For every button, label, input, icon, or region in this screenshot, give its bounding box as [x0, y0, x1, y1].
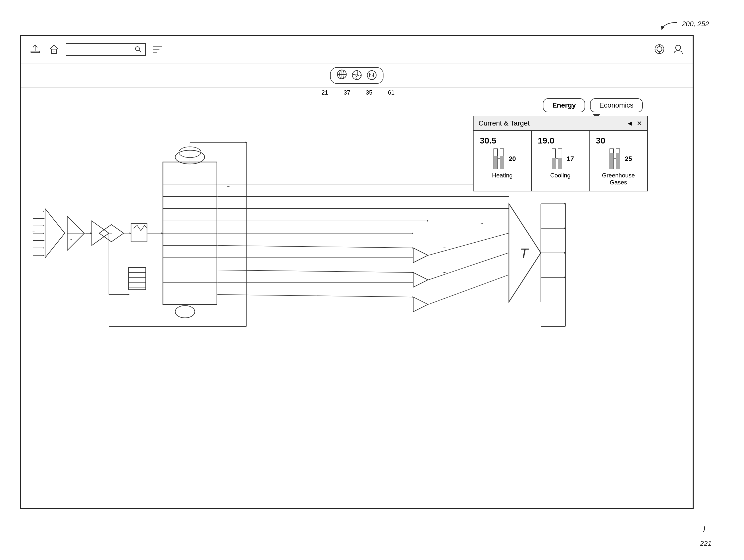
cooling-value-small: 17	[567, 155, 574, 163]
svg-rect-30	[500, 156, 504, 169]
svg-text:···: ···	[227, 184, 230, 189]
main-content: Energy Economics Current & Target ◄ ✕ 30…	[21, 91, 693, 508]
svg-text:T: T	[520, 246, 529, 261]
svg-point-4	[136, 47, 140, 51]
tag-icon[interactable]	[367, 70, 377, 81]
svg-marker-66	[413, 248, 428, 263]
panel-body: 30.5 20 Heating	[474, 131, 647, 191]
cooling-value-big: 19.0	[535, 136, 586, 146]
greenhouse-label: Greenhouse Gases	[593, 172, 643, 186]
svg-rect-29	[494, 156, 497, 169]
icon-strip	[21, 63, 693, 88]
svg-marker-82	[43, 255, 45, 256]
ref-label-bottom: 221	[700, 539, 712, 548]
svg-line-102	[217, 295, 413, 297]
svg-text:···: ···	[97, 223, 100, 228]
svg-marker-81	[43, 247, 45, 249]
svg-text:···: ···	[443, 245, 446, 250]
svg-marker-54	[45, 209, 65, 258]
icon-group	[330, 67, 383, 84]
svg-rect-40	[616, 153, 620, 169]
svg-rect-34	[552, 158, 556, 169]
user-button[interactable]	[671, 42, 685, 56]
svg-text:···: ···	[443, 270, 446, 275]
svg-text:···: ···	[32, 251, 35, 256]
filter-button[interactable]	[151, 42, 164, 56]
svg-rect-3	[53, 51, 55, 53]
svg-text:···: ···	[227, 196, 230, 201]
svg-point-53	[175, 306, 195, 318]
svg-marker-67	[413, 272, 428, 287]
search-input[interactable]	[69, 46, 134, 53]
fan-icon[interactable]	[351, 70, 362, 81]
svg-marker-68	[413, 297, 428, 312]
svg-marker-78	[43, 225, 45, 227]
svg-point-22	[367, 71, 376, 80]
svg-text:···: ···	[480, 221, 483, 226]
energy-panel: Current & Target ◄ ✕ 30.5	[473, 116, 648, 191]
ref-label-top: 200, 252	[682, 20, 709, 28]
svg-marker-77	[43, 218, 45, 219]
panel-close-button[interactable]: ✕	[637, 119, 642, 127]
svg-line-100	[217, 270, 413, 272]
upload-button[interactable]	[29, 42, 42, 56]
greenhouse-value-small: 25	[625, 155, 632, 163]
panel-title: Current & Target	[479, 119, 530, 127]
cooling-cell: 19.0 17 Cooling	[532, 131, 590, 191]
greenhouse-value-big: 30	[593, 136, 643, 146]
svg-point-20	[352, 71, 361, 80]
svg-line-113	[429, 275, 509, 304]
svg-marker-104	[507, 196, 509, 197]
svg-text:···: ···	[32, 207, 35, 212]
cooling-gauge: 17	[535, 148, 586, 170]
diagram-frame: 21 37 35 61 Energy Economics Current & T…	[20, 35, 694, 509]
svg-text:···: ···	[68, 236, 72, 241]
svg-rect-0	[31, 51, 40, 53]
svg-text:···: ···	[480, 196, 483, 201]
panel-header: Current & Target ◄ ✕	[474, 116, 647, 131]
heating-cell: 30.5 20 Heating	[474, 131, 532, 191]
panel-back-button[interactable]: ◄	[627, 119, 633, 127]
svg-rect-59	[128, 267, 146, 290]
svg-line-112	[429, 253, 509, 280]
search-bar[interactable]	[66, 43, 146, 55]
svg-rect-35	[558, 158, 562, 169]
svg-point-15	[676, 45, 681, 50]
svg-text:···: ···	[227, 209, 230, 213]
svg-marker-56	[92, 221, 109, 245]
home-button[interactable]	[47, 42, 61, 56]
svg-rect-39	[610, 153, 613, 169]
toolbar	[21, 36, 693, 63]
heating-value-small: 20	[509, 155, 516, 163]
svg-line-5	[139, 50, 141, 52]
toolbar-right	[653, 42, 685, 56]
svg-text:···: ···	[32, 229, 35, 234]
heating-value-big: 30.5	[477, 136, 527, 146]
svg-point-24	[370, 74, 371, 75]
ref-arrow	[659, 20, 679, 35]
greenhouse-cell: 30 25 Greenhouse Gases	[590, 131, 647, 191]
bracket-label: )	[703, 525, 705, 532]
svg-line-98	[217, 246, 413, 248]
svg-rect-58	[131, 223, 147, 242]
heating-gauge: 20	[477, 148, 527, 170]
panel-controls: ◄ ✕	[627, 119, 642, 127]
greenhouse-gauge: 25	[593, 148, 643, 170]
search-button[interactable]	[134, 44, 143, 54]
svg-marker-107	[412, 232, 414, 234]
svg-marker-105	[507, 208, 509, 210]
heating-label: Heating	[477, 172, 527, 179]
svg-marker-106	[427, 220, 429, 222]
cooling-label: Cooling	[535, 172, 586, 179]
svg-marker-76	[43, 210, 45, 212]
globe-icon[interactable]	[337, 69, 347, 82]
svg-text:···: ···	[443, 294, 446, 299]
svg-point-10	[657, 47, 662, 52]
svg-marker-79	[43, 232, 45, 234]
settings-button[interactable]	[653, 42, 666, 56]
svg-line-111	[429, 233, 509, 255]
svg-point-21	[356, 74, 358, 76]
svg-marker-125	[127, 294, 129, 295]
svg-marker-80	[43, 240, 45, 241]
